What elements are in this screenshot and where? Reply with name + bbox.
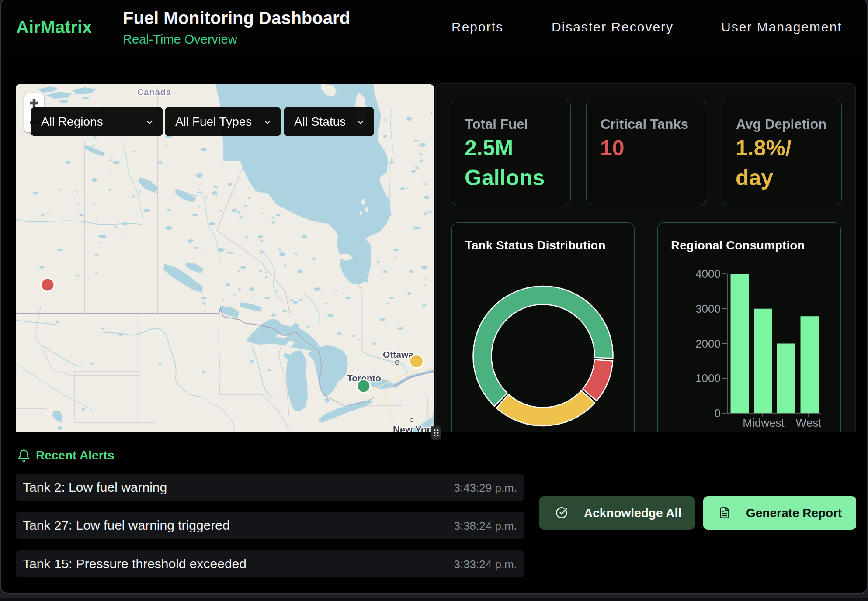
svg-text:3000: 3000	[695, 302, 721, 315]
svg-text:4000: 4000	[695, 267, 721, 280]
svg-text:1000: 1000	[695, 372, 721, 385]
svg-text:Canada: Canada	[137, 87, 171, 97]
svg-text:2000: 2000	[695, 337, 721, 350]
svg-text:Midwest: Midwest	[743, 416, 785, 429]
svg-text:Ottawa: Ottawa	[383, 349, 413, 359]
svg-text:West: West	[796, 416, 822, 429]
svg-text:0: 0	[715, 407, 721, 420]
